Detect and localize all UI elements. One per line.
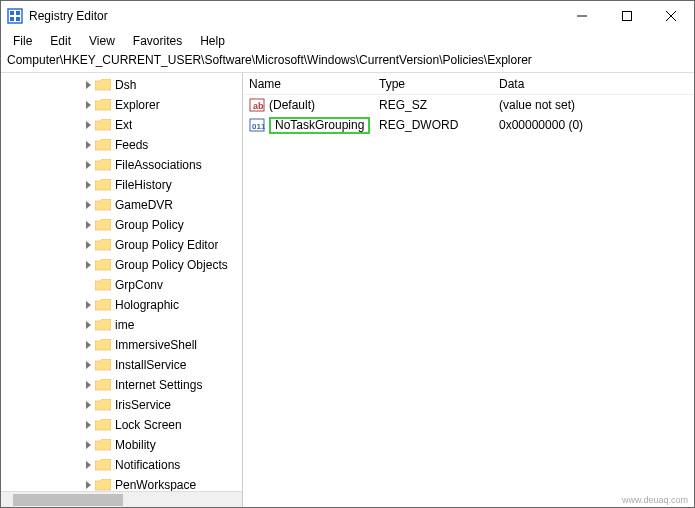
- tree-item-group-policy[interactable]: Group Policy: [1, 215, 242, 235]
- menu-favorites[interactable]: Favorites: [125, 32, 190, 50]
- address-bar[interactable]: Computer\HKEY_CURRENT_USER\Software\Micr…: [1, 51, 694, 73]
- tree-label: Ext: [115, 118, 132, 132]
- folder-icon: [95, 359, 111, 372]
- binary-value-icon: 011: [249, 117, 265, 133]
- minimize-button[interactable]: [559, 1, 604, 31]
- tree-label: Internet Settings: [115, 378, 202, 392]
- svg-rect-3: [10, 17, 14, 21]
- tree-item-irisservice[interactable]: IrisService: [1, 395, 242, 415]
- tree-label: GameDVR: [115, 198, 173, 212]
- tree-label: Group Policy: [115, 218, 184, 232]
- tree-label: Group Policy Objects: [115, 258, 228, 272]
- expand-icon[interactable]: [81, 320, 95, 331]
- tree-item-gamedvr[interactable]: GameDVR: [1, 195, 242, 215]
- tree-label: FileAssociations: [115, 158, 202, 172]
- folder-icon: [95, 319, 111, 332]
- tree-label: Explorer: [115, 98, 160, 112]
- folder-icon: [95, 179, 111, 192]
- tree-item-filehistory[interactable]: FileHistory: [1, 175, 242, 195]
- column-data[interactable]: Data: [493, 77, 694, 91]
- expand-icon[interactable]: [81, 120, 95, 131]
- menu-help[interactable]: Help: [192, 32, 233, 50]
- svg-rect-2: [16, 11, 20, 15]
- expand-icon[interactable]: [81, 300, 95, 311]
- menu-file[interactable]: File: [5, 32, 40, 50]
- titlebar: Registry Editor: [1, 1, 694, 31]
- expand-icon[interactable]: [81, 460, 95, 471]
- tree-label: Feeds: [115, 138, 148, 152]
- window-title: Registry Editor: [29, 9, 559, 23]
- expand-icon[interactable]: [81, 180, 95, 191]
- tree-item-explorer[interactable]: Explorer: [1, 95, 242, 115]
- tree-item-mobility[interactable]: Mobility: [1, 435, 242, 455]
- expand-icon[interactable]: [81, 440, 95, 451]
- expand-icon[interactable]: [81, 380, 95, 391]
- tree-item-lock-screen[interactable]: Lock Screen: [1, 415, 242, 435]
- window-controls: [559, 1, 694, 31]
- tree-item-ime[interactable]: ime: [1, 315, 242, 335]
- tree-label: Group Policy Editor: [115, 238, 218, 252]
- tree-item-immersiveshell[interactable]: ImmersiveShell: [1, 335, 242, 355]
- expand-icon[interactable]: [81, 160, 95, 171]
- expand-icon[interactable]: [81, 80, 95, 91]
- expand-icon[interactable]: [81, 220, 95, 231]
- expand-icon[interactable]: [81, 100, 95, 111]
- value-data: 0x00000000 (0): [493, 118, 694, 132]
- tree-label: InstallService: [115, 358, 186, 372]
- tree-label: Mobility: [115, 438, 156, 452]
- menu-view[interactable]: View: [81, 32, 123, 50]
- folder-icon: [95, 139, 111, 152]
- expand-icon[interactable]: [81, 480, 95, 491]
- svg-rect-1: [10, 11, 14, 15]
- tree-panel: DshExplorerExtFeedsFileAssociationsFileH…: [1, 73, 243, 507]
- expand-icon[interactable]: [81, 240, 95, 251]
- tree-label: FileHistory: [115, 178, 172, 192]
- tree-item-installservice[interactable]: InstallService: [1, 355, 242, 375]
- tree-label: GrpConv: [115, 278, 163, 292]
- tree-label: IrisService: [115, 398, 171, 412]
- watermark: www.deuaq.com: [622, 495, 688, 505]
- column-name[interactable]: Name: [243, 77, 373, 91]
- expand-icon[interactable]: [81, 360, 95, 371]
- tree-item-feeds[interactable]: Feeds: [1, 135, 242, 155]
- value-name: (Default): [269, 98, 315, 112]
- tree-item-dsh[interactable]: Dsh: [1, 75, 242, 95]
- maximize-button[interactable]: [604, 1, 649, 31]
- tree-item-internet-settings[interactable]: Internet Settings: [1, 375, 242, 395]
- tree-item-penworkspace[interactable]: PenWorkspace: [1, 475, 242, 491]
- tree-item-group-policy-objects[interactable]: Group Policy Objects: [1, 255, 242, 275]
- expand-icon[interactable]: [81, 420, 95, 431]
- column-type[interactable]: Type: [373, 77, 493, 91]
- folder-icon: [95, 439, 111, 452]
- menubar: File Edit View Favorites Help: [1, 31, 694, 51]
- menu-edit[interactable]: Edit: [42, 32, 79, 50]
- tree-item-fileassociations[interactable]: FileAssociations: [1, 155, 242, 175]
- svg-rect-4: [16, 17, 20, 21]
- horizontal-scrollbar[interactable]: [1, 491, 242, 507]
- folder-icon: [95, 119, 111, 132]
- folder-icon: [95, 479, 111, 492]
- value-type: REG_DWORD: [373, 118, 493, 132]
- tree-item-ext[interactable]: Ext: [1, 115, 242, 135]
- expand-icon[interactable]: [81, 340, 95, 351]
- close-button[interactable]: [649, 1, 694, 31]
- svg-text:ab: ab: [253, 101, 264, 111]
- tree-item-group-policy-editor[interactable]: Group Policy Editor: [1, 235, 242, 255]
- tree-label: Holographic: [115, 298, 179, 312]
- list-panel: Name Type Data ab(Default)REG_SZ(value n…: [243, 73, 694, 507]
- expand-icon[interactable]: [81, 140, 95, 151]
- folder-icon: [95, 379, 111, 392]
- rename-input[interactable]: NoTaskGrouping: [269, 117, 370, 134]
- tree-item-grpconv[interactable]: GrpConv: [1, 275, 242, 295]
- tree-item-holographic[interactable]: Holographic: [1, 295, 242, 315]
- tree-item-notifications[interactable]: Notifications: [1, 455, 242, 475]
- expand-icon[interactable]: [81, 260, 95, 271]
- folder-icon: [95, 279, 111, 292]
- list-row[interactable]: 011NoTaskGroupingREG_DWORD0x00000000 (0): [243, 115, 694, 135]
- expand-icon[interactable]: [81, 200, 95, 211]
- folder-icon: [95, 459, 111, 472]
- expand-icon[interactable]: [81, 400, 95, 411]
- value-type: REG_SZ: [373, 98, 493, 112]
- list-row[interactable]: ab(Default)REG_SZ(value not set): [243, 95, 694, 115]
- tree-label: PenWorkspace: [115, 478, 196, 491]
